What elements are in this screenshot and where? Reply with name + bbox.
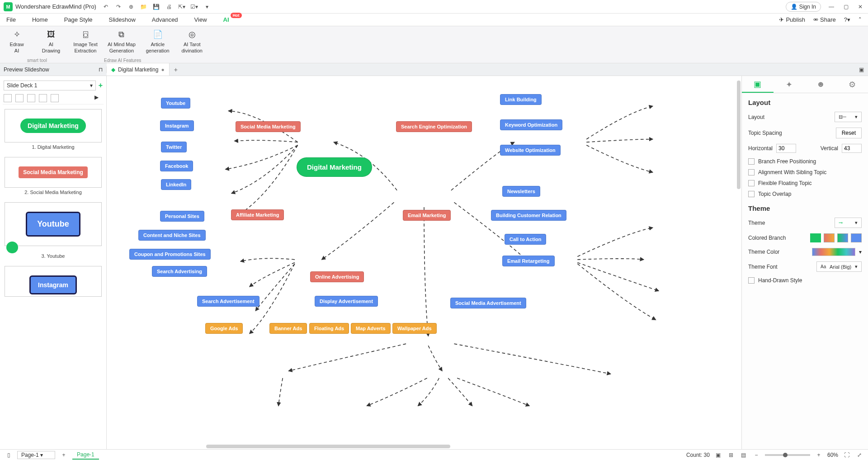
new-icon[interactable]: ⊕	[127, 3, 135, 11]
print-icon[interactable]: 🖨	[165, 3, 173, 11]
node-google[interactable]: Google Ads	[205, 323, 243, 334]
node-linkedin[interactable]: LinkedIn	[161, 179, 191, 190]
close-icon[interactable]: ✕	[856, 3, 864, 11]
canvas[interactable]: Digital Marketing Social Media Marketing…	[107, 76, 741, 449]
menu-ai[interactable]: AI Hot	[223, 16, 229, 23]
panel-toggle-icon[interactable]: ▣	[857, 66, 865, 74]
tool-1[interactable]	[4, 94, 12, 102]
node-newsletters[interactable]: Newsletters	[502, 186, 540, 197]
cb-handdrawn[interactable]	[748, 277, 755, 284]
node-website[interactable]: Website Optimization	[500, 145, 561, 156]
node-floating[interactable]: Floating Ads	[309, 323, 349, 334]
slide-thumb-4[interactable]: Instagram	[5, 266, 102, 297]
node-content[interactable]: Content and Niche Sites	[138, 230, 206, 241]
tool-3[interactable]	[27, 94, 35, 102]
menu-slideshow[interactable]: Slideshow	[109, 16, 136, 23]
share-button[interactable]: ⚮ Share	[813, 16, 836, 23]
reset-button[interactable]: Reset	[836, 128, 862, 138]
help-icon[interactable]: ?▾	[844, 16, 850, 23]
canvas-scrollbar-h[interactable]	[206, 445, 450, 448]
cb-overlap[interactable]	[748, 191, 755, 197]
node-instagram[interactable]: Instagram	[160, 120, 194, 131]
theme-font-select[interactable]: AaArial (Big)▾	[816, 261, 862, 272]
panel-tab-style[interactable]: ✦	[774, 76, 805, 93]
node-coupon[interactable]: Coupon and Promotions Sites	[129, 249, 211, 260]
node-relation[interactable]: Building Customer Relation	[491, 210, 566, 221]
node-online[interactable]: Online Advertising	[310, 271, 364, 282]
branch-color-3[interactable]	[837, 233, 848, 242]
panel-tab-settings[interactable]: ⚙	[836, 76, 868, 93]
node-banner[interactable]: Banner Ads	[269, 323, 307, 334]
node-retarget[interactable]: Email Retargeting	[502, 256, 555, 266]
node-searchad[interactable]: Search Advertisement	[197, 296, 259, 307]
redo-icon[interactable]: ↷	[114, 3, 123, 11]
slide-thumb-2[interactable]: Social Media Marketing	[5, 157, 102, 188]
node-mapad[interactable]: Map Adverts	[351, 323, 391, 334]
minimize-icon[interactable]: —	[827, 3, 835, 11]
maximize-icon[interactable]: ▢	[842, 3, 850, 11]
open-icon[interactable]: 📁	[140, 3, 148, 11]
slide-thumb-3[interactable]: Youtube	[5, 202, 102, 246]
cb-flexible[interactable]	[748, 180, 755, 186]
node-youtube[interactable]: Youtube	[161, 98, 190, 109]
cb-branch-free[interactable]	[748, 158, 755, 165]
layout-select[interactable]: ⊟─▾	[835, 112, 862, 122]
panel-tab-layout[interactable]: ▣	[742, 76, 774, 93]
node-seo[interactable]: Search Engine Optimization	[396, 121, 472, 132]
chatbot-icon[interactable]	[6, 242, 18, 253]
branch-color-2[interactable]	[824, 233, 835, 242]
add-tab-button[interactable]: +	[170, 66, 182, 73]
slide-thumb-1[interactable]: Digital Marketing	[5, 109, 102, 142]
more-icon[interactable]: ▾	[203, 3, 211, 11]
pin-icon[interactable]: ⊓	[99, 66, 103, 73]
node-displayad[interactable]: Display Advertisement	[315, 296, 378, 307]
panel-tab-icon[interactable]: ☻	[805, 76, 837, 93]
publish-button[interactable]: ✈ Publish	[779, 16, 805, 23]
node-facebook[interactable]: Facebook	[160, 161, 193, 171]
horizontal-input[interactable]	[776, 144, 796, 153]
ribbon-article[interactable]: 📄 Article generation	[146, 29, 170, 54]
menu-advanced[interactable]: Advanced	[152, 16, 178, 23]
node-wallpaper[interactable]: Wallpaper Ads	[392, 323, 437, 334]
node-personal[interactable]: Personal Sites	[160, 211, 204, 222]
deck-select[interactable]: Slide Deck 1 ▾	[4, 81, 96, 90]
signin-button[interactable]: 👤 Sign In	[786, 2, 821, 12]
node-smm[interactable]: Social Media Marketing	[236, 121, 301, 132]
node-email[interactable]: Email Marketing	[403, 210, 451, 221]
node-affiliate[interactable]: Affiliate Marketing	[231, 209, 284, 220]
node-twitter[interactable]: Twitter	[161, 142, 187, 152]
menu-home[interactable]: Home	[32, 16, 48, 23]
theme-select[interactable]: ⊸▾	[835, 218, 862, 228]
save-icon[interactable]: 💾	[152, 3, 160, 11]
cb-alignment[interactable]	[748, 169, 755, 175]
node-keyword[interactable]: Keyword Optimization	[500, 119, 562, 130]
ribbon-tarot[interactable]: ◎ AI Tarot divination	[180, 29, 204, 54]
collapse-ribbon-icon[interactable]: ˄	[859, 16, 862, 23]
theme-color-select[interactable]	[812, 248, 855, 256]
undo-icon[interactable]: ↶	[102, 3, 110, 11]
ribbon-ai-mindmap[interactable]: ⧉ AI Mind Map Generation	[108, 29, 136, 54]
export-icon[interactable]: ⇱▾	[178, 3, 186, 11]
add-deck-button[interactable]: +	[99, 81, 103, 90]
tool-4[interactable]	[39, 94, 47, 102]
menu-file[interactable]: File	[6, 16, 16, 23]
node-searchadv[interactable]: Search Advertising	[152, 266, 207, 277]
node-link[interactable]: Link Building	[500, 94, 542, 105]
branch-color-4[interactable]	[851, 233, 862, 242]
document-tab[interactable]: ◆ Digital Marketing ●	[107, 63, 170, 76]
tool-2[interactable]	[15, 94, 24, 102]
menu-pagestyle[interactable]: Page Style	[64, 16, 93, 23]
node-center[interactable]: Digital Marketing	[297, 157, 372, 177]
checklist-icon[interactable]: ☑▾	[190, 3, 198, 11]
ribbon-ai-drawing[interactable]: 🖼 AI Drawing	[39, 29, 63, 54]
menu-view[interactable]: View	[194, 16, 207, 23]
node-cta[interactable]: Call to Action	[505, 234, 546, 245]
ribbon-image-text[interactable]: ⌼ Image Text Extraction	[73, 29, 98, 54]
branch-color-1[interactable]	[810, 233, 821, 242]
vertical-input[interactable]	[842, 144, 862, 153]
node-socialad[interactable]: Social Media Advertisement	[450, 298, 526, 308]
ribbon-edraw-ai[interactable]: ✧ Edraw AI	[5, 29, 29, 54]
play-icon[interactable]: ▶	[94, 94, 103, 102]
tool-5[interactable]	[51, 94, 59, 102]
canvas-scrollbar-v[interactable]	[737, 81, 741, 189]
